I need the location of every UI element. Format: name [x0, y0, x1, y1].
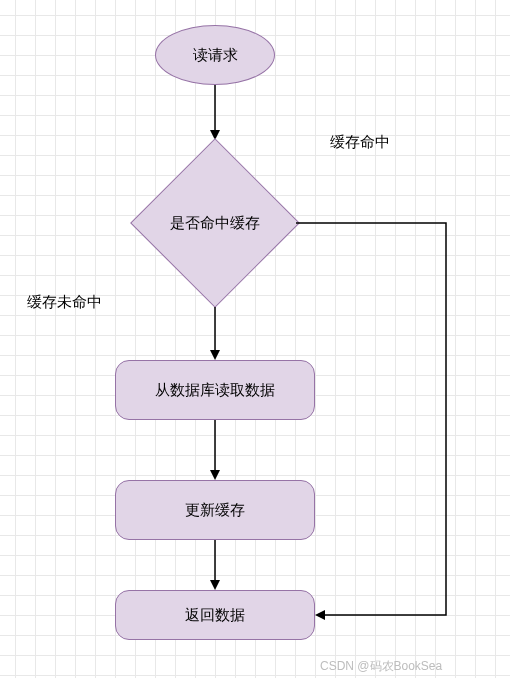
watermark: CSDN @码农BookSea	[320, 658, 442, 675]
arrow-start-to-decision	[215, 85, 216, 140]
read-db-node: 从数据库读取数据	[115, 360, 315, 420]
start-node: 读请求	[155, 25, 275, 85]
arrow-readdb-to-updatecache	[215, 420, 216, 480]
svg-marker-5	[210, 470, 220, 480]
svg-marker-8	[315, 610, 325, 620]
decision-label: 是否命中缓存	[170, 214, 260, 233]
cache-miss-label: 缓存未命中	[27, 293, 102, 312]
read-db-label: 从数据库读取数据	[155, 381, 275, 400]
cache-hit-label: 缓存命中	[330, 133, 390, 152]
return-data-node: 返回数据	[115, 590, 315, 640]
svg-marker-3	[210, 350, 220, 360]
svg-marker-7	[210, 580, 220, 590]
update-cache-node: 更新缓存	[115, 480, 315, 540]
start-label: 读请求	[193, 46, 238, 65]
decision-node: 是否命中缓存	[155, 163, 275, 283]
arrow-updatecache-to-return	[215, 540, 216, 590]
arrow-decision-to-readdb	[215, 307, 216, 360]
return-data-label: 返回数据	[185, 606, 245, 625]
update-cache-label: 更新缓存	[185, 501, 245, 520]
